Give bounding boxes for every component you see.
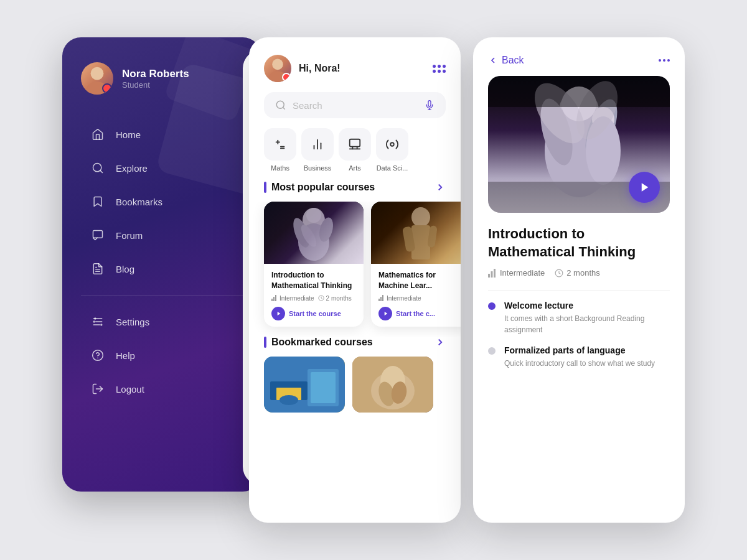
detail-menu-dots[interactable]: [659, 59, 670, 62]
business-label: Business: [304, 164, 332, 172]
svg-marker-56: [384, 312, 387, 315]
popular-arrow[interactable]: [435, 182, 446, 193]
play-icon-2: [378, 307, 392, 320]
lesson-title-2: Formalized parts of language: [504, 345, 655, 355]
popular-title-row: Most popular courses: [264, 182, 375, 193]
logout-icon: [91, 382, 105, 396]
category-data-sci[interactable]: Data Sci...: [376, 128, 408, 172]
bookmark-card-1[interactable]: [264, 357, 345, 413]
popular-section-header: Most popular courses: [249, 182, 461, 202]
detail-dot-1: [659, 59, 661, 62]
detail-dot-3: [667, 59, 670, 62]
bookmark-card-2[interactable]: [352, 357, 433, 413]
explore-icon: [91, 161, 105, 175]
bookmarked-arrow[interactable]: [435, 337, 446, 348]
svg-point-13: [93, 350, 103, 361]
sidebar-item-bookmarks[interactable]: Bookmarks: [81, 187, 243, 217]
svg-rect-53: [378, 299, 380, 301]
svg-point-49: [411, 207, 430, 227]
start-label-2: Start the c...: [396, 310, 435, 317]
dot-1: [433, 65, 436, 68]
arts-icon-box: [339, 128, 371, 161]
start-course-1-button[interactable]: Start the course: [271, 307, 341, 320]
maths-icon-box: [264, 128, 296, 161]
sidebar-item-help[interactable]: Help: [81, 340, 243, 370]
detail-level: Intermediate: [488, 268, 545, 278]
home-icon: [91, 128, 105, 141]
menu-dots[interactable]: [433, 65, 446, 73]
sidebar-item-forum[interactable]: Forum: [81, 220, 243, 250]
bookmarked-row: [249, 357, 461, 422]
bookmarked-section-bar: [264, 337, 266, 348]
sidebar-item-home[interactable]: Home: [81, 119, 243, 149]
dot-5: [438, 70, 441, 73]
sidebar-nav: Home Explore Bookmarks For: [81, 119, 243, 467]
lesson-dot-wrap-1: [488, 301, 496, 310]
avatar: [81, 62, 113, 95]
search-placeholder-text: Search: [293, 100, 418, 111]
user-name: Nora Roberts: [122, 68, 189, 80]
section-bar: [264, 182, 266, 193]
lesson-content-2: Formalized parts of language Quick intro…: [504, 345, 655, 369]
lesson-dot-wrap-2: [488, 345, 496, 355]
detail-meta: Intermediate 2 months: [488, 268, 670, 278]
svg-point-20: [272, 59, 283, 70]
home-label: Home: [116, 129, 141, 140]
dot-4: [433, 70, 436, 73]
bookmarks-label: Bookmarks: [116, 197, 162, 207]
data-sci-label: Data Sci...: [377, 164, 408, 172]
logout-label: Logout: [116, 384, 144, 394]
svg-rect-4: [93, 231, 103, 238]
svg-rect-82: [494, 269, 496, 278]
svg-rect-55: [382, 295, 383, 301]
popular-courses-row: Introduction to Mathematical Thinking In…: [249, 202, 461, 337]
start-course-2-button[interactable]: Start the c...: [378, 307, 435, 320]
svg-point-11: [93, 320, 95, 322]
help-icon: [91, 348, 105, 362]
bookmarked-title-row: Bookmarked courses: [264, 337, 373, 348]
sidebar-item-explore[interactable]: Explore: [81, 153, 243, 183]
category-business[interactable]: Business: [301, 128, 334, 172]
home-header: Hi, Nora!: [249, 37, 461, 92]
home-scroll[interactable]: Most popular courses: [249, 182, 461, 523]
search-bar[interactable]: Search: [264, 92, 446, 118]
svg-rect-62: [311, 372, 336, 403]
category-arts[interactable]: Arts: [339, 128, 371, 172]
sidebar-item-logout[interactable]: Logout: [81, 374, 243, 404]
search-icon: [275, 100, 286, 111]
svg-marker-79: [642, 183, 649, 192]
lesson-title-1: Welcome lecture: [504, 301, 670, 310]
help-label: Help: [116, 350, 135, 361]
course-duration-1: 2 months: [318, 295, 352, 302]
lesson-list: Welcome lecture It comes with a short Ba…: [473, 301, 685, 523]
lesson-content-1: Welcome lecture It comes with a short Ba…: [504, 301, 670, 335]
forum-icon: [91, 228, 105, 242]
mic-icon[interactable]: [425, 100, 435, 110]
course-thumb-2: [371, 202, 461, 264]
sidebar-item-settings[interactable]: Settings: [81, 307, 243, 337]
course-info-2: Mathematics for Machine Lear... Intermed…: [371, 264, 461, 327]
svg-line-23: [283, 107, 284, 109]
svg-marker-48: [277, 312, 280, 315]
category-maths[interactable]: Maths: [264, 128, 296, 172]
course-meta-1: Intermediate 2 months: [271, 295, 356, 302]
detail-level-text: Intermediate: [500, 268, 545, 278]
sidebar-item-blog[interactable]: Blog: [81, 254, 243, 284]
svg-point-1: [87, 82, 108, 95]
detail-play-button[interactable]: [629, 172, 660, 203]
dot-6: [443, 70, 446, 73]
maths-label: Maths: [271, 164, 289, 172]
course-info-1: Introduction to Mathematical Thinking In…: [264, 264, 364, 327]
svg-rect-45: [273, 297, 275, 301]
back-label: Back: [502, 55, 524, 66]
course-thumb-1: [264, 202, 364, 264]
lesson-dot-2: [488, 347, 496, 355]
blog-icon: [91, 262, 105, 276]
start-label-1: Start the course: [289, 310, 341, 317]
detail-screen: Back: [473, 37, 685, 523]
course-title-1: Introduction to Mathematical Thinking: [271, 270, 356, 291]
detail-header: Back: [473, 37, 685, 76]
back-button[interactable]: Back: [488, 55, 524, 66]
settings-label: Settings: [116, 317, 149, 327]
nav-divider: [81, 295, 243, 296]
